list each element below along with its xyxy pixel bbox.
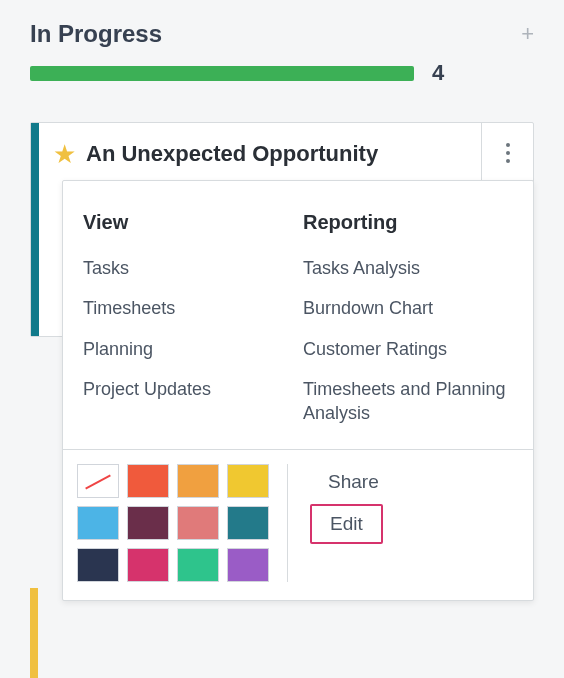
dropdown-view-section: View Tasks Timesheets Planning Project U… <box>83 211 293 425</box>
card-dropdown-menu: View Tasks Timesheets Planning Project U… <box>62 180 534 601</box>
color-swatch[interactable] <box>227 548 269 582</box>
color-swatch[interactable] <box>177 506 219 540</box>
color-swatch[interactable] <box>77 506 119 540</box>
star-icon[interactable]: ★ <box>53 141 76 167</box>
menu-item-tasks-analysis[interactable]: Tasks Analysis <box>303 256 513 280</box>
color-swatch[interactable] <box>177 464 219 498</box>
column-header: In Progress + <box>30 20 534 48</box>
dropdown-reporting-section: Reporting Tasks Analysis Burndown Chart … <box>303 211 513 425</box>
color-swatch[interactable] <box>127 548 169 582</box>
card-accent-stripe <box>31 123 39 336</box>
color-swatch[interactable] <box>227 464 269 498</box>
kebab-icon <box>506 151 510 155</box>
card-count: 4 <box>432 60 444 86</box>
edit-action[interactable]: Edit <box>310 504 383 544</box>
menu-item-planning[interactable]: Planning <box>83 337 293 361</box>
next-card-accent-stripe <box>30 588 38 678</box>
add-card-icon[interactable]: + <box>521 23 534 45</box>
color-swatch[interactable] <box>227 506 269 540</box>
menu-item-timesheets[interactable]: Timesheets <box>83 296 293 320</box>
menu-item-tasks[interactable]: Tasks <box>83 256 293 280</box>
menu-item-customer-ratings[interactable]: Customer Ratings <box>303 337 513 361</box>
color-picker <box>77 464 288 582</box>
column-title: In Progress <box>30 20 162 48</box>
progress-bar <box>30 66 414 81</box>
card-title: An Unexpected Opportunity <box>86 141 515 167</box>
reporting-heading: Reporting <box>303 211 513 234</box>
color-swatch[interactable] <box>127 464 169 498</box>
menu-item-timesheets-planning-analysis[interactable]: Timesheets and Planning Analysis <box>303 377 513 426</box>
menu-item-project-updates[interactable]: Project Updates <box>83 377 293 401</box>
view-heading: View <box>83 211 293 234</box>
color-swatch[interactable] <box>127 506 169 540</box>
dropdown-actions: Share Edit <box>288 464 519 582</box>
color-swatch[interactable] <box>177 548 219 582</box>
menu-item-burndown-chart[interactable]: Burndown Chart <box>303 296 513 320</box>
color-swatch[interactable] <box>77 548 119 582</box>
card-menu-button[interactable] <box>481 123 533 183</box>
color-swatch-none[interactable] <box>77 464 119 498</box>
share-action[interactable]: Share <box>310 464 397 500</box>
